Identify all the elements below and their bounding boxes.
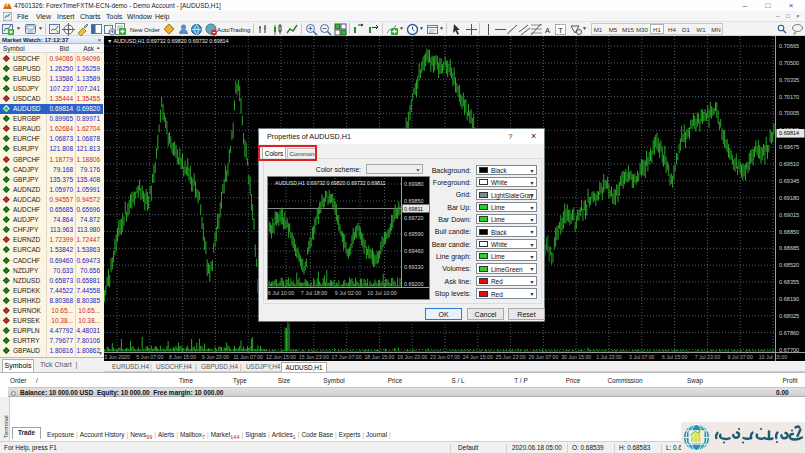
- svg-text:29 Jun 07:00: 29 Jun 07:00: [528, 354, 558, 360]
- svg-text:0.69180: 0.69180: [779, 195, 799, 201]
- svg-text:0.69814: 0.69814: [779, 130, 799, 136]
- svg-text:5 Jun 07:00: 5 Jun 07:00: [136, 354, 163, 360]
- svg-text:8 Jun 15:00: 8 Jun 15:00: [169, 354, 196, 360]
- svg-text:0.70500: 0.70500: [779, 60, 799, 66]
- svg-text:3 Jun 2020: 3 Jun 2020: [104, 354, 130, 360]
- svg-text:12 Jun 15:00: 12 Jun 15:00: [266, 354, 296, 360]
- svg-text:6 Jul 15:00: 6 Jul 15:00: [662, 354, 687, 360]
- svg-text:▼ AUDUSD,H1 0.69732 0.69820 0: ▼ AUDUSD,H1 0.69732 0.69820 0.69732 0.69…: [107, 38, 229, 44]
- svg-text:11 Jun 07:00: 11 Jun 07:00: [233, 354, 263, 360]
- svg-text:3 Jul 07:00: 3 Jul 07:00: [629, 354, 654, 360]
- svg-text:25 Jun 23:00: 25 Jun 23:00: [496, 354, 526, 360]
- svg-text:23 Jun 07:00: 23 Jun 07:00: [430, 354, 460, 360]
- svg-text:10 Jul 15:00: 10 Jul 15:00: [759, 354, 787, 360]
- svg-text:0.67860: 0.67860: [779, 330, 799, 336]
- svg-text:0.68850: 0.68850: [779, 229, 799, 235]
- svg-text:0.68025: 0.68025: [779, 313, 799, 319]
- svg-text:0.67700: 0.67700: [779, 347, 799, 353]
- svg-text:30 Jun 15:00: 30 Jun 15:00: [561, 354, 591, 360]
- svg-text:9 Jul 07:00: 9 Jul 07:00: [728, 354, 753, 360]
- svg-text:0.69510: 0.69510: [779, 161, 799, 167]
- svg-text:1 Jul 23:00: 1 Jul 23:00: [596, 354, 621, 360]
- svg-text:9 Jun 23:00: 9 Jun 23:00: [202, 354, 229, 360]
- svg-text:0.70005: 0.70005: [779, 110, 799, 116]
- svg-text:0.69675: 0.69675: [779, 144, 799, 150]
- svg-text:18 Jun 15:00: 18 Jun 15:00: [364, 354, 394, 360]
- svg-text:0.68520: 0.68520: [779, 262, 799, 268]
- svg-text:0.70335: 0.70335: [779, 77, 799, 83]
- svg-text:24 Jun 15:00: 24 Jun 15:00: [463, 354, 493, 360]
- svg-text:0.70170: 0.70170: [779, 94, 799, 100]
- svg-text:0.70665: 0.70665: [779, 43, 799, 49]
- svg-text:0.69345: 0.69345: [779, 178, 799, 184]
- svg-text:0.68190: 0.68190: [779, 296, 799, 302]
- svg-text:17 Jun 07:00: 17 Jun 07:00: [332, 354, 362, 360]
- svg-text:7 Jul 23:00: 7 Jul 23:00: [695, 354, 720, 360]
- svg-text:0.68685: 0.68685: [779, 245, 799, 251]
- svg-text:15 Jun 23:00: 15 Jun 23:00: [299, 354, 329, 360]
- svg-text:T: T: [558, 25, 563, 34]
- svg-text:0.69015: 0.69015: [779, 212, 799, 218]
- svg-text:0.68355: 0.68355: [779, 279, 799, 285]
- svg-text:19 Jun 23:00: 19 Jun 23:00: [397, 354, 427, 360]
